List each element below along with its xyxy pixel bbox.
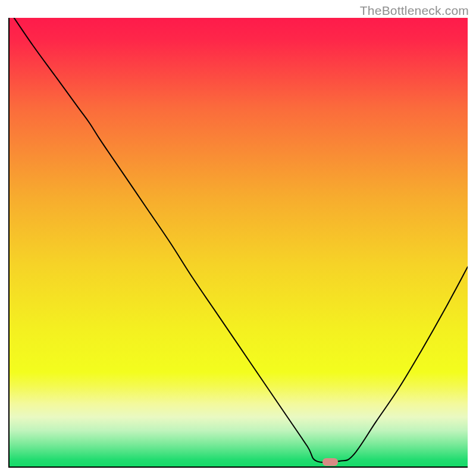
chart-background	[10, 18, 468, 466]
chart-svg	[10, 18, 468, 466]
optimum-marker	[322, 458, 338, 466]
watermark-text: TheBottleneck.com	[360, 4, 469, 18]
bottleneck-chart	[8, 18, 468, 468]
